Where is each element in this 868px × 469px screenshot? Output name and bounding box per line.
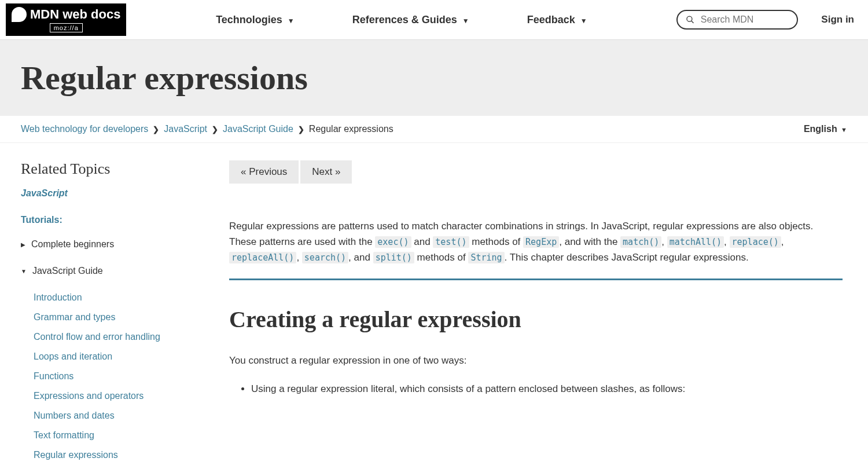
mdn-logo[interactable]: MDN web docs moz://a: [6, 3, 126, 36]
crumb-jsguide[interactable]: JavaScript Guide: [223, 124, 293, 134]
chevron-down-icon: ▼: [580, 17, 587, 25]
guide-sub-items: Introduction Grammar and types Control f…: [34, 292, 206, 469]
sidebar-item-controlflow[interactable]: Control flow and error handling: [34, 332, 206, 342]
breadcrumb: Web technology for developers ❯ JavaScri…: [21, 124, 393, 134]
nav-technologies[interactable]: Technologies ▼: [216, 14, 295, 26]
code-match[interactable]: match(): [623, 237, 659, 247]
page-title: Regular expressions: [21, 58, 847, 97]
chevron-down-icon: ▼: [288, 17, 295, 25]
sidebar-item-expressions[interactable]: Expressions and operators: [34, 391, 206, 401]
section-divider: [229, 279, 843, 280]
search-input[interactable]: [701, 14, 789, 25]
previous-button[interactable]: « Previous: [229, 160, 299, 184]
code-search[interactable]: search(): [304, 252, 346, 263]
ways-list: Using a regular expression literal, whic…: [251, 381, 843, 397]
logo-subtext: moz://a: [50, 23, 83, 32]
code-replace[interactable]: replace(): [732, 237, 779, 247]
next-button[interactable]: Next »: [300, 160, 352, 184]
tree-javascript-guide[interactable]: ▼ JavaScript Guide: [21, 266, 206, 276]
triangle-right-icon: ▶: [21, 241, 25, 248]
sidebar-heading: Related Topics: [21, 160, 206, 178]
sidebar-javascript-link[interactable]: JavaScript: [21, 188, 206, 199]
svg-line-1: [692, 21, 694, 23]
chevron-right-icon: ❯: [298, 125, 304, 134]
nav-feedback[interactable]: Feedback ▼: [527, 14, 587, 26]
chevron-down-icon: ▼: [841, 126, 847, 133]
chevron-right-icon: ❯: [153, 125, 159, 134]
code-regexp[interactable]: RegExp: [525, 237, 557, 247]
chevron-down-icon: ▼: [462, 17, 469, 25]
breadcrumb-row: Web technology for developers ❯ JavaScri…: [0, 116, 868, 143]
code-matchall[interactable]: matchAll(): [670, 237, 722, 247]
sidebar-item-textformat[interactable]: Text formatting: [34, 430, 206, 441]
sidebar-item-numbers[interactable]: Numbers and dates: [34, 411, 206, 421]
dino-icon: [12, 7, 27, 22]
crumb-current: Regular expressions: [309, 124, 393, 134]
list-item: Using a regular expression literal, whic…: [251, 381, 843, 397]
triangle-down-icon: ▼: [21, 268, 27, 274]
sign-in-link[interactable]: Sign in: [821, 14, 854, 25]
code-split[interactable]: split(): [376, 252, 412, 263]
sidebar-item-introduction[interactable]: Introduction: [34, 292, 206, 303]
sidebar-item-functions[interactable]: Functions: [34, 371, 206, 382]
intro-paragraph: Regular expressions are patterns used to…: [229, 218, 843, 266]
tutorials-label: Tutorials:: [21, 215, 206, 225]
section-intro: You construct a regular expression in on…: [229, 353, 843, 368]
top-navigation: MDN web docs moz://a Technologies ▼ Refe…: [0, 0, 868, 39]
search-icon: [686, 14, 694, 25]
search-box[interactable]: [676, 10, 798, 30]
nav-items: Technologies ▼ References & Guides ▼ Fee…: [126, 14, 676, 26]
code-string[interactable]: String: [470, 252, 502, 263]
code-exec[interactable]: exec(): [377, 237, 409, 247]
pager: « Previous Next »: [229, 160, 843, 184]
code-test[interactable]: test(): [435, 237, 466, 247]
crumb-javascript[interactable]: JavaScript: [164, 124, 207, 134]
main-content: « Previous Next » Regular expressions ar…: [229, 160, 843, 469]
sidebar-item-grammar[interactable]: Grammar and types: [34, 312, 206, 323]
sidebar-item-loops[interactable]: Loops and iteration: [34, 351, 206, 362]
code-replaceall[interactable]: replaceAll(): [231, 252, 294, 263]
content-area: Related Topics JavaScript Tutorials: ▶ C…: [0, 143, 868, 469]
tree-complete-beginners[interactable]: ▶ Complete beginners: [21, 239, 206, 250]
sidebar-item-regex[interactable]: Regular expressions: [34, 450, 206, 460]
section-heading: Creating a regular expression: [229, 306, 843, 333]
chevron-right-icon: ❯: [212, 125, 218, 134]
svg-point-0: [687, 16, 692, 21]
nav-references[interactable]: References & Guides ▼: [352, 14, 469, 26]
page-title-bar: Regular expressions: [0, 39, 868, 116]
logo-text: MDN web docs: [30, 7, 120, 22]
sidebar: Related Topics JavaScript Tutorials: ▶ C…: [21, 160, 206, 469]
language-selector[interactable]: English ▼: [804, 124, 847, 134]
crumb-webtech[interactable]: Web technology for developers: [21, 124, 148, 134]
